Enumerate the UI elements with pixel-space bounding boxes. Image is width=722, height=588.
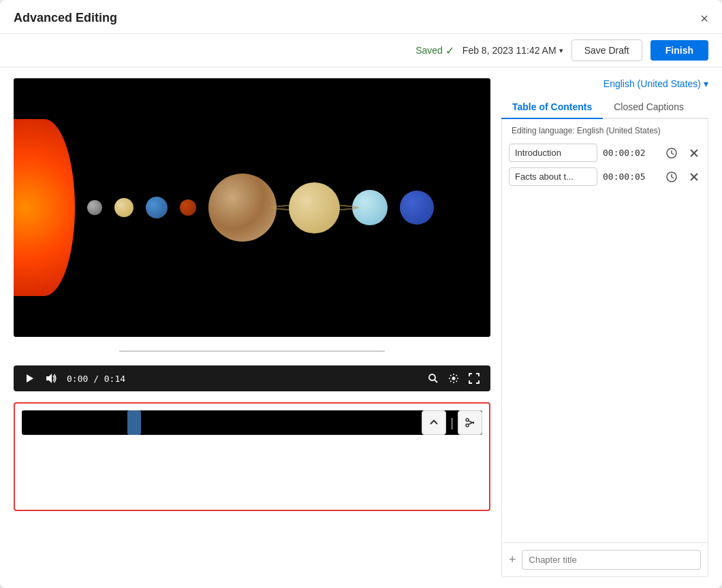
fullscreen-icon — [469, 373, 480, 384]
timeline-track[interactable] — [22, 410, 482, 435]
toc-remove-button-2[interactable] — [686, 170, 702, 184]
toc-lang-label: Editing language: English (United States… — [502, 119, 708, 140]
search-video-button[interactable] — [428, 373, 439, 384]
language-button[interactable]: English (United States) ▾ — [603, 78, 708, 89]
fullscreen-button[interactable] — [469, 373, 480, 384]
svg-point-4 — [452, 377, 456, 380]
arrow-up-icon — [429, 418, 439, 427]
tab-closed-captions[interactable]: Closed Captions — [603, 96, 695, 119]
planet-earth — [146, 197, 168, 218]
toc-time-2: 00:00:05 — [603, 172, 657, 182]
planets-container — [14, 119, 490, 296]
toc-item-title-2 — [509, 167, 597, 186]
modal-title: Advanced Editing — [14, 11, 117, 25]
planet-neptune — [400, 191, 434, 225]
timeline-separator: | — [449, 416, 455, 430]
date-label[interactable]: Feb 8, 2023 11:42 AM ▾ — [462, 45, 563, 56]
scissors-button[interactable] — [458, 410, 482, 435]
mute-button[interactable] — [45, 372, 57, 385]
scrubber-line[interactable] — [119, 350, 385, 352]
toc-time-1: 00:00:02 — [603, 148, 657, 158]
toc-item: 00:00:05 — [509, 167, 701, 186]
settings-button[interactable] — [448, 373, 459, 384]
modal-header: Advanced Editing × — [0, 0, 722, 34]
planet-saturn-wrap — [289, 182, 340, 233]
add-chapter-icon[interactable]: + — [509, 553, 516, 567]
toc-items: 00:00:02 — [502, 140, 708, 542]
timeline-box: | — [14, 402, 490, 511]
toc-clock-button-1[interactable] — [663, 146, 680, 161]
tabs-container: Table of Contents Closed Captions — [501, 96, 708, 119]
toc-panel: Editing language: English (United States… — [501, 119, 708, 577]
toolbar: Saved ✓ Feb 8, 2023 11:42 AM ▾ Save Draf… — [0, 34, 722, 67]
play-button[interactable] — [25, 373, 35, 384]
modal: Advanced Editing × Saved ✓ Feb 8, 2023 1… — [0, 0, 722, 588]
timeline-marker — [127, 410, 141, 435]
planet-mercury — [87, 200, 102, 215]
scissors-icon — [465, 417, 475, 428]
toc-item-title-1 — [509, 144, 597, 162]
gear-icon — [448, 373, 459, 384]
svg-point-6 — [466, 424, 469, 427]
solar-system-image — [14, 78, 490, 337]
tab-table-of-contents[interactable]: Table of Contents — [501, 96, 603, 119]
date-text: Feb 8, 2023 11:42 AM — [462, 45, 556, 56]
planet-venus — [114, 198, 134, 217]
svg-line-3 — [435, 380, 437, 382]
language-selector: English (United States) ▾ — [501, 78, 708, 89]
chapter-title-input[interactable] — [522, 550, 701, 570]
timeline-actions: | — [422, 410, 482, 435]
clock-icon — [665, 171, 678, 183]
volume-icon — [45, 372, 57, 385]
svg-point-5 — [466, 419, 469, 421]
svg-point-2 — [429, 374, 435, 380]
tab-toc-label: Table of Contents — [512, 101, 592, 112]
clock-icon — [665, 147, 678, 159]
close-button[interactable]: × — [700, 12, 708, 25]
saved-status: Saved ✓ — [415, 44, 454, 57]
toc-clock-button-2[interactable] — [663, 169, 680, 184]
toc-title-input-2[interactable] — [509, 167, 597, 186]
video-thumbnail — [14, 78, 490, 337]
toc-item: 00:00:02 — [509, 144, 701, 162]
language-caret-icon: ▾ — [704, 78, 708, 89]
add-chapter-row: + — [502, 542, 708, 576]
planet-jupiter — [208, 174, 277, 242]
tab-cc-label: Closed Captions — [614, 101, 684, 112]
move-up-button[interactable] — [422, 410, 446, 435]
language-text: English (United States) — [603, 78, 701, 89]
play-icon — [25, 373, 35, 384]
toc-remove-button-1[interactable] — [686, 146, 702, 160]
save-draft-button[interactable]: Save Draft — [571, 39, 642, 61]
left-panel: 0:00 / 0:14 — [14, 78, 490, 577]
sun — [14, 119, 75, 296]
planet-jupiter-wrap — [208, 174, 277, 242]
saved-text: Saved — [415, 45, 443, 56]
toc-title-input-1[interactable] — [509, 144, 597, 162]
close-icon — [689, 148, 700, 159]
svg-marker-1 — [46, 374, 52, 383]
main-content: 0:00 / 0:14 — [0, 67, 722, 588]
planet-saturn — [289, 182, 340, 233]
finish-button[interactable]: Finish — [650, 40, 708, 61]
video-controls: 0:00 / 0:14 — [14, 365, 490, 391]
close-icon — [689, 172, 700, 182]
planet-mars — [180, 199, 196, 216]
time-display: 0:00 / 0:14 — [67, 374, 125, 384]
saved-check-icon: ✓ — [445, 44, 454, 57]
svg-marker-0 — [27, 374, 33, 382]
date-caret-icon: ▾ — [559, 46, 563, 55]
controls-right — [428, 373, 480, 384]
right-panel: English (United States) ▾ Table of Conte… — [501, 78, 708, 577]
search-icon — [428, 373, 439, 384]
scrubber-area — [14, 345, 490, 357]
